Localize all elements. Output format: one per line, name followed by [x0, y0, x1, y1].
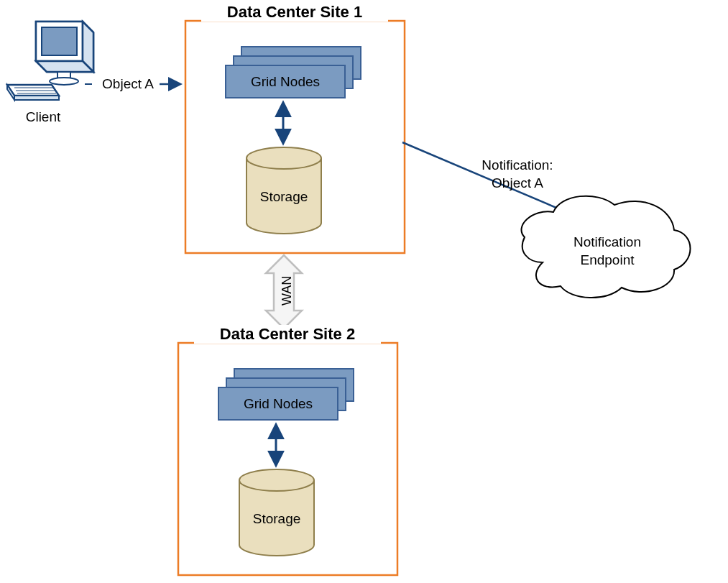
notification-line1: Notification: — [460, 157, 575, 175]
endpoint-line1: Notification — [561, 234, 654, 252]
object-a-label: Object A — [96, 76, 160, 92]
svg-point-11 — [246, 147, 321, 169]
endpoint-label: Notification Endpoint — [561, 234, 654, 269]
wan-label: WAN — [280, 276, 295, 306]
site2-grid-nodes — [218, 369, 354, 420]
site1-title: Data Center Site 1 — [201, 3, 388, 22]
site1-grid-nodes-label: Grid Nodes — [226, 74, 345, 90]
svg-point-2 — [50, 78, 78, 85]
site1-storage-label: Storage — [246, 189, 321, 205]
client-icon — [7, 22, 93, 100]
site1-grid-nodes — [226, 47, 361, 98]
svg-point-15 — [239, 469, 314, 491]
svg-rect-0 — [42, 27, 77, 55]
site2-title: Data Center Site 2 — [194, 325, 381, 344]
site2-storage-label: Storage — [239, 511, 314, 527]
client-label: Client — [14, 109, 72, 125]
notification-line2: Object A — [460, 175, 575, 193]
notification-label: Notification: Object A — [460, 157, 575, 192]
site2-grid-nodes-label: Grid Nodes — [218, 396, 338, 412]
endpoint-line2: Endpoint — [561, 252, 654, 270]
